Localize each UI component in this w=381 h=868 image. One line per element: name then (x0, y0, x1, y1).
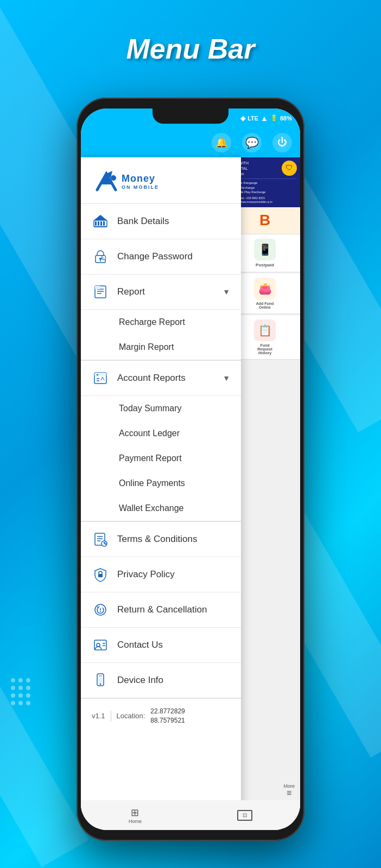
bottom-menu-button[interactable]: ⊡ (237, 810, 252, 821)
page-title: Menu Bar (0, 33, 381, 65)
privacy-label: Privacy Policy (117, 569, 230, 580)
bottom-nav: ⊞ Home ⊡ (81, 800, 300, 830)
svg-rect-5 (103, 221, 105, 226)
notification-button[interactable]: 🔔 (212, 133, 231, 152)
svg-point-40 (100, 684, 101, 685)
top-bar: 🔔 💬 ⏻ (81, 127, 300, 157)
google-play-label: Google Play Recharge (233, 190, 297, 194)
svg-rect-17 (95, 286, 100, 289)
help-line: Help Line : 033 6902 8203 (233, 196, 297, 200)
phone-notch (153, 108, 228, 124)
return-label: Return & Cancellation (117, 604, 230, 615)
app-logo: Money ON MOBILE (92, 168, 230, 195)
more-button[interactable]: More ≡ (283, 783, 295, 797)
svg-rect-2 (95, 221, 97, 226)
change-password-label: Change Password (117, 251, 230, 262)
power-icon: ⏻ (277, 137, 287, 148)
bell-icon: 🔔 (215, 137, 227, 149)
svg-rect-3 (98, 221, 99, 226)
lte-label: LTE (247, 115, 258, 122)
terms-label: Terms & Conditions (117, 534, 230, 545)
svg-rect-4 (100, 221, 102, 226)
contact-label: Contact Us (117, 640, 230, 650)
phone-frame: ◈ LTE ▲ 🔋 88% 🔔 💬 ⏻ 🛡 (77, 98, 304, 841)
status-icons: ◈ LTE ▲ 🔋 88% (240, 114, 292, 123)
terms-icon: ✎ (92, 531, 109, 548)
account-reports-chevron-icon: ▼ (223, 374, 230, 382)
submenu-recharge-report[interactable]: Recharge Report (81, 310, 241, 335)
website-url: Visit : www.moneyonmobile.co.in (233, 200, 297, 204)
lock-icon: ↻ (92, 248, 109, 265)
bank-details-label: Bank Details (117, 216, 230, 227)
whatsapp-button[interactable]: 💬 (242, 133, 262, 152)
home-nav-button[interactable]: ⊞ Home (129, 807, 142, 824)
menu-item-privacy[interactable]: Privacy Policy (81, 557, 241, 592)
submenu-wallet-exchange[interactable]: Wallet Exchange (81, 496, 241, 521)
account-ledger-label: Account Ledger (119, 429, 180, 438)
report-chevron-icon: ▼ (223, 288, 230, 296)
menu-item-terms[interactable]: ✎ Terms & Conditions (81, 521, 241, 557)
menu-item-return[interactable]: Return & Cancellation (81, 592, 241, 628)
svg-rect-39 (98, 678, 103, 683)
contact-icon (92, 636, 109, 654)
dth-recharge-label: DTH Recharge (233, 186, 297, 190)
report-icon (92, 283, 109, 301)
submenu-payment-report[interactable]: Payment Report (81, 446, 241, 471)
mobile-recharge-label: Mobile Recgarge (233, 181, 297, 185)
svg-rect-22 (97, 374, 98, 375)
svg-point-0 (111, 175, 116, 181)
postpaid-label: Postpaid (234, 263, 296, 267)
wallet-icon: 👛 (258, 282, 272, 295)
report-label: Report (117, 286, 214, 297)
battery-label: 88% (280, 115, 292, 122)
recharge-report-label: Recharge Report (119, 317, 185, 327)
logo-text: Money ON MOBILE (122, 173, 159, 190)
payment-report-label: Payment Report (119, 454, 182, 463)
phone-screen: ◈ LTE ▲ 🔋 88% 🔔 💬 ⏻ 🛡 (81, 108, 300, 830)
version-number: v1.1 (92, 712, 105, 720)
menu-item-contact[interactable]: Contact Us (81, 628, 241, 663)
device-label: Device Info (117, 675, 230, 686)
version-info: v1.1 Location: 22.8772829 88.7579521 (81, 698, 241, 733)
menu-item-device[interactable]: Device Info (81, 663, 241, 698)
svg-marker-6 (94, 215, 107, 220)
location-coords: 22.8772829 88.7579521 (150, 707, 185, 725)
submenu-today-summary[interactable]: Today Summary (81, 396, 241, 421)
wallet-exchange-label: Wallet Exchange (119, 503, 183, 513)
menu-item-change-password[interactable]: ↻ Change Password (81, 239, 241, 275)
menu-item-report[interactable]: Report ▼ (81, 275, 241, 310)
dots-decoration (11, 678, 30, 705)
whatsapp-icon: 💬 (245, 136, 259, 149)
svg-point-9 (99, 258, 101, 260)
online-payments-label: Online Payments (119, 478, 185, 488)
location-label: Location: (117, 712, 145, 720)
privacy-icon (92, 566, 109, 583)
submenu-online-payments[interactable]: Online Payments (81, 471, 241, 496)
submenu-account-ledger[interactable]: Account Ledger (81, 421, 241, 446)
b-icon: B (259, 212, 270, 229)
bank-icon (92, 213, 109, 230)
fund-history-label: FundRequestHistory (234, 343, 296, 355)
battery-icon: 🔋 (270, 114, 278, 122)
svg-point-32 (100, 611, 101, 612)
account-reports-label: Account Reports (117, 373, 214, 384)
svg-rect-19 (94, 373, 106, 376)
margin-report-label: Margin Report (119, 342, 174, 352)
add-fund-label: Add FundOnline (234, 302, 296, 309)
menu-item-account-reports[interactable]: Account Reports ▼ (81, 360, 241, 396)
return-icon (92, 601, 109, 618)
svg-rect-29 (98, 574, 103, 577)
submenu-margin-report[interactable]: Margin Report (81, 335, 241, 360)
postpaid-icon: 📱 (258, 243, 272, 256)
drawer-menu: Money ON MOBILE (81, 157, 241, 830)
wifi-icon: ◈ (240, 114, 245, 122)
today-summary-label: Today Summary (119, 404, 182, 413)
version-divider (111, 711, 111, 722)
svg-point-34 (97, 643, 100, 647)
power-button[interactable]: ⏻ (272, 133, 292, 152)
menu-item-bank-details[interactable]: Bank Details (81, 204, 241, 239)
clipboard-icon: 📋 (258, 324, 272, 337)
logo-area: Money ON MOBILE (81, 157, 241, 204)
logo-svg (92, 168, 122, 195)
account-reports-icon (92, 369, 109, 387)
